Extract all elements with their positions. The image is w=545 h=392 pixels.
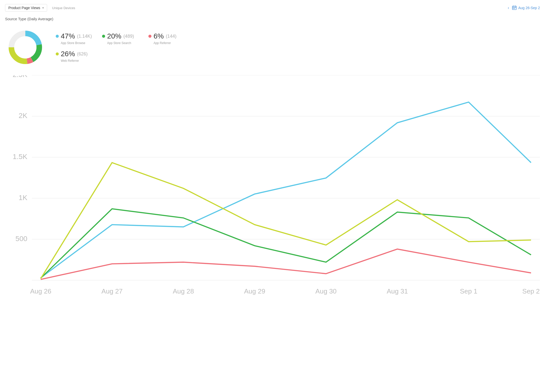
legend-pct-app-store-search: 20% — [107, 32, 121, 40]
svg-rect-4 — [513, 8, 514, 8]
line-web-referrer — [41, 163, 531, 279]
donut-chart — [5, 27, 46, 68]
svg-text:Aug 29: Aug 29 — [244, 287, 265, 295]
header-right: ‹ Aug 26-Sep 2 — [507, 5, 540, 11]
legend-count-web-referrer: (626) — [77, 51, 88, 57]
svg-rect-6 — [515, 8, 516, 8]
svg-text:Aug 30: Aug 30 — [315, 287, 337, 295]
legend-item-web-referrer: 26% (626) Web Referrer — [56, 50, 92, 63]
svg-text:Aug 27: Aug 27 — [102, 287, 123, 295]
section-title: Source Type (Daily Average) — [5, 17, 540, 21]
legend-count-app-referrer: (144) — [166, 34, 177, 39]
svg-text:Sep 1: Sep 1 — [460, 287, 477, 295]
legend-dot-app-store-browse — [56, 35, 59, 38]
donut-section: 47% (1.14K) App Store Browse 20% (489) A… — [5, 27, 540, 68]
unique-devices-label: Unique Devices — [52, 6, 75, 10]
svg-text:1K: 1K — [19, 194, 28, 202]
svg-text:2.5K: 2.5K — [13, 75, 27, 79]
prev-period-button[interactable]: ‹ — [507, 5, 510, 11]
svg-text:Sep 2: Sep 2 — [522, 287, 540, 295]
legend-label-app-store-search: App Store Search — [107, 41, 138, 45]
line-chart-svg: 2.5K 2K 1.5K 1K 500 Aug 26 Aug 27 Aug 28… — [5, 75, 540, 298]
legend-item-app-referrer: 6% (144) App Referrer — [148, 32, 185, 45]
legend-count-app-store-browse: (1.14K) — [77, 34, 92, 39]
svg-text:Aug 26: Aug 26 — [30, 287, 51, 295]
date-range-label: Aug 26-Sep 2 — [518, 6, 540, 10]
source-type-section: Source Type (Daily Average) — [5, 17, 540, 299]
legend-pct-app-referrer: 6% — [153, 32, 164, 40]
date-range-selector[interactable]: Aug 26-Sep 2 — [512, 5, 540, 11]
svg-text:Aug 31: Aug 31 — [387, 287, 408, 295]
page-container: Product Page Views ▾ Unique Devices ‹ — [0, 0, 545, 303]
legend-label-app-store-browse: App Store Browse — [61, 41, 92, 45]
calendar-icon — [512, 5, 517, 11]
svg-text:500: 500 — [15, 235, 27, 243]
svg-rect-8 — [514, 8, 515, 9]
legend-count-app-store-search: (489) — [123, 34, 134, 39]
metric-dropdown[interactable]: Product Page Views ▾ — [5, 4, 47, 12]
line-app-store-browse — [41, 102, 531, 278]
legend-item-app-store-browse: 47% (1.14K) App Store Browse — [56, 32, 92, 45]
chart-inner: 2.5K 2K 1.5K 1K 500 Aug 26 Aug 27 Aug 28… — [5, 75, 540, 299]
chevron-down-icon: ▾ — [42, 6, 44, 10]
legend-label-web-referrer: Web Referrer — [61, 59, 92, 63]
line-chart-area: 2.5K 2K 1.5K 1K 500 Aug 26 Aug 27 Aug 28… — [5, 75, 540, 299]
dropdown-label: Product Page Views — [8, 6, 40, 10]
svg-text:1.5K: 1.5K — [13, 153, 27, 161]
line-app-referrer — [41, 249, 531, 280]
header-left: Product Page Views ▾ Unique Devices — [5, 4, 75, 12]
svg-text:2K: 2K — [19, 112, 28, 120]
svg-rect-5 — [514, 8, 515, 8]
legend-dot-app-store-search — [102, 35, 105, 38]
svg-point-14 — [14, 36, 36, 58]
legend-item-app-store-search: 20% (489) App Store Search — [102, 32, 138, 45]
legend-pct-web-referrer: 26% — [61, 50, 75, 58]
chart-legend: 47% (1.14K) App Store Browse 20% (489) A… — [56, 32, 185, 63]
legend-dot-app-referrer — [148, 35, 151, 38]
legend-label-app-referrer: App Referrer — [153, 41, 185, 45]
svg-text:Aug 28: Aug 28 — [173, 287, 194, 295]
line-app-store-search — [41, 209, 531, 278]
svg-rect-7 — [513, 8, 514, 9]
legend-pct-app-store-browse: 47% — [61, 32, 75, 40]
page-header: Product Page Views ▾ Unique Devices ‹ — [5, 4, 540, 12]
legend-dot-web-referrer — [56, 52, 59, 55]
